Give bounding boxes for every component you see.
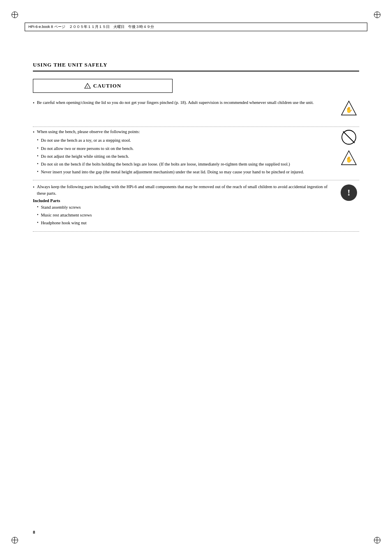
main-content: USING THE UNIT SAFELY ! CAUTION • Be car… [33,62,359,232]
bullet-dot-lid: • [33,100,35,106]
sub-dot-persons: • [37,145,39,152]
bullet-text-bench-intro: When using the bench, please observe the… [37,129,140,135]
sub-bullet-hand: • Never insert your hand into the gap (t… [37,169,334,175]
sub-text-screws1: Stand assembly screws [41,204,81,210]
sub-dot-toy: • [37,137,39,143]
sub-text-persons: Do not allow two or more persons to sit … [41,145,134,152]
sub-dot-hand: • [37,169,39,175]
sub-bullet-height: • Do not adjust the height while sitting… [37,153,334,159]
pinch-warning-icon: ✋ [340,100,358,118]
sub-bullet-wingnut: • Headphone hook wing nut [37,220,334,226]
included-parts-title: Included Parts [33,198,334,203]
title-rule [33,71,359,71]
sub-text-wingnut: Headphone hook wing nut [41,220,87,226]
bullet-item-parts: • Always keep the following parts includ… [33,184,334,196]
sub-text-toy: Do not use the bench as a toy, or as a s… [41,137,131,143]
warning-triangle-icon: ! [84,83,91,89]
svg-text:!: ! [87,85,88,89]
sub-bullet-bolts: • Do not sit on the bench if the bolts h… [37,161,334,167]
sub-text-hand: Never insert your hand into the gap (the… [41,169,304,175]
no-sit-icon [341,129,357,145]
svg-text:✋: ✋ [346,156,353,163]
section-parts-icons: ! [339,184,359,206]
section-bench: • When using the bench, please observe t… [33,129,359,180]
pinch-warning-icon-bench: ✋ [340,150,358,168]
bullet-item-bench-intro: • When using the bench, please observe t… [33,129,334,135]
svg-text:✋: ✋ [346,106,353,113]
section-lid-icons: ✋ [339,99,359,123]
caution-box: ! CAUTION [33,79,173,93]
sub-bullet-persons: • Do not allow two or more persons to si… [37,145,334,152]
caution-title: ! CAUTION [84,83,121,89]
section-parts-text: • Always keep the following parts includ… [33,184,334,228]
sub-dot-bolts: • [37,161,39,167]
sub-dot-screws2: • [37,212,39,218]
section-bench-icons: ✋ [339,129,359,173]
alert-icon-wrap: ! [341,184,357,201]
sub-text-screws2: Music rest attachment screws [41,212,92,218]
included-parts-label: Included Parts [33,198,60,203]
sub-bullet-toy: • Do not use the bench as a toy, or as a… [37,137,334,143]
section-bench-text: • When using the bench, please observe t… [33,129,334,177]
page-number: 8 [33,530,35,534]
sub-dot-height: • [37,153,39,159]
bullet-item-lid: • Be careful when opening/closing the li… [33,99,334,106]
sub-bullet-screws2: • Music rest attachment screws [37,212,334,218]
bullet-dot-bench: • [33,129,35,135]
caution-label: CAUTION [93,83,121,89]
svg-line-5 [343,131,355,143]
section-parts: • Always keep the following parts includ… [33,184,359,231]
sub-dot-screws1: • [37,204,39,210]
page-content: USING THE UNIT SAFELY ! CAUTION • Be car… [0,0,392,555]
sub-text-bolts: Do not sit on the bench if the bolts hol… [41,161,290,167]
bullet-text-lid: Be careful when opening/closing the lid … [37,99,314,106]
sub-dot-wingnut: • [37,220,39,226]
bullet-dot-parts: • [33,184,35,196]
section-lid-text: • Be careful when opening/closing the li… [33,99,334,108]
alert-icon: ! [341,184,357,201]
section-lid: • Be careful when opening/closing the li… [33,99,359,127]
page-title: USING THE UNIT SAFELY [33,62,359,68]
sub-text-height: Do not adjust the height while sitting o… [41,153,129,159]
sub-bullet-screws1: • Stand assembly screws [37,204,334,210]
bullet-text-parts: Always keep the following parts includin… [37,184,334,196]
